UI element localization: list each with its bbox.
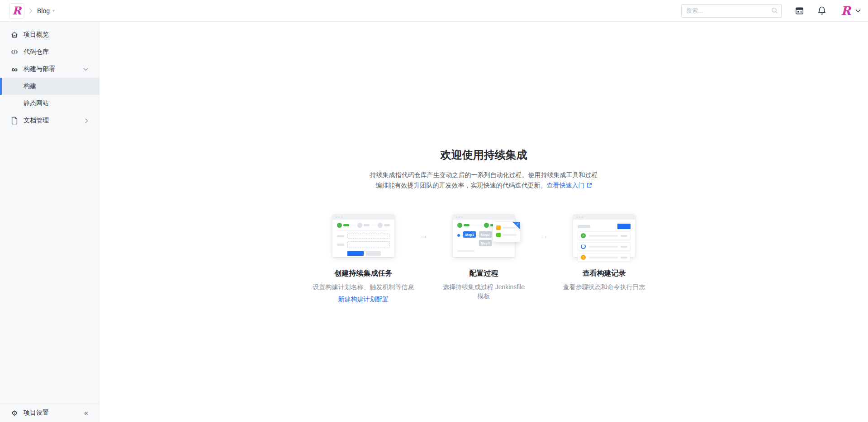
sidebar: 项目概览 代码仓库 ∞ 构建与部署 构建 静态网站 bbox=[0, 22, 100, 422]
header-actions: R bbox=[681, 4, 861, 18]
step-title: 配置过程 bbox=[470, 268, 498, 278]
form-row bbox=[337, 241, 390, 248]
check-icon: ✓ bbox=[516, 222, 519, 226]
pipeline-step1-chip: Step1 bbox=[463, 231, 476, 238]
window-titlebar bbox=[332, 214, 394, 220]
step-view-records: ✓ ! 查看构建记录 查看步骤状态和命令执行日志 bbox=[550, 214, 659, 291]
sidebar-item-label: 静态网站 bbox=[24, 99, 49, 108]
window-titlebar bbox=[573, 214, 635, 220]
sidebar-item-label: 文档管理 bbox=[24, 117, 49, 125]
template-popup: ✓ bbox=[493, 222, 520, 242]
template-green-icon bbox=[496, 233, 501, 237]
window-body: ✓ ! bbox=[573, 220, 635, 262]
pipeline-step2-chip: Step2 bbox=[479, 231, 492, 238]
onboarding-steps: 创建持续集成任务 设置构建计划名称、触发机制等信息 新建构建计划配置 → bbox=[100, 214, 868, 304]
step-title: 创建持续集成任务 bbox=[335, 268, 393, 278]
form-row bbox=[337, 234, 390, 239]
search-input[interactable] bbox=[681, 4, 782, 18]
step-description: 设置构建计划名称、触发机制等信息 bbox=[313, 282, 414, 291]
pipeline-step3-chip: Step3 bbox=[479, 240, 492, 246]
chevron-down-icon bbox=[83, 68, 88, 71]
step-description: 选择持续集成过程 Jenkinsfile 模板 bbox=[441, 282, 527, 300]
warning-icon: ! bbox=[581, 255, 586, 260]
search-icon bbox=[771, 7, 778, 14]
sidebar-item-project-settings[interactable]: ⚙ 项目设置 bbox=[10, 409, 49, 417]
sidebar-item-label: 构建 bbox=[24, 82, 36, 90]
success-icon: ✓ bbox=[581, 233, 586, 238]
project-logo[interactable]: R bbox=[9, 3, 24, 19]
record-row: ! bbox=[578, 253, 631, 262]
sidebar-item-label: 项目概览 bbox=[24, 31, 49, 39]
code-icon bbox=[10, 48, 19, 56]
infinity-icon: ∞ bbox=[10, 65, 19, 74]
avatar-letter: R bbox=[841, 4, 851, 18]
step-description: 查看步骤状态和命令执行日志 bbox=[563, 282, 645, 291]
arrow-cell: → bbox=[418, 214, 430, 240]
user-menu-chevron-icon[interactable] bbox=[855, 9, 861, 13]
caret-down-icon: ▾ bbox=[52, 8, 55, 13]
form-buttons bbox=[347, 251, 390, 256]
sidebar-item-static-site[interactable]: 静态网站 bbox=[0, 95, 99, 112]
sidebar-item-build-deploy[interactable]: ∞ 构建与部署 bbox=[0, 61, 99, 78]
sidebar-item-build[interactable]: 构建 bbox=[0, 78, 99, 95]
chevron-right-icon bbox=[85, 118, 88, 123]
infinity-glyph: ∞ bbox=[11, 65, 18, 74]
stepper-row bbox=[337, 223, 390, 228]
global-search bbox=[681, 4, 782, 18]
step-configure-process: Step1 Step2 Step3 ✓ bbox=[430, 214, 538, 300]
intro-line-2: 编排能有效提升团队的开发效率，实现快速的代码迭代更新。 bbox=[376, 182, 547, 189]
sidebar-footer: ⚙ 项目设置 « bbox=[0, 403, 99, 422]
welcome-description: 持续集成指代码仓库产生变动之后的一系列自动化过程。使用持续集成工具和过程编排能有… bbox=[100, 170, 868, 191]
main-content: 欢迎使用持续集成 持续集成指代码仓库产生变动之后的一系列自动化过程。使用持续集成… bbox=[100, 22, 868, 422]
sidebar-collapse-button[interactable]: « bbox=[84, 409, 88, 417]
running-spinner-icon bbox=[581, 244, 586, 249]
quickstart-link[interactable]: 查看快速入门 bbox=[547, 182, 585, 189]
record-row: ✓ bbox=[578, 231, 631, 240]
arrow-right-icon: → bbox=[419, 230, 428, 240]
decor-line bbox=[457, 250, 474, 252]
sidebar-item-docs[interactable]: 文档管理 bbox=[0, 112, 99, 129]
window-titlebar bbox=[453, 214, 515, 220]
avatar-r-icon: R bbox=[840, 4, 852, 18]
new-build-plan-link[interactable]: 新建构建计划配置 bbox=[338, 295, 389, 304]
sidebar-nav: 项目概览 代码仓库 ∞ 构建与部署 构建 静态网站 bbox=[0, 22, 99, 129]
arrow-right-icon: → bbox=[540, 230, 549, 240]
logo-letter: R bbox=[12, 4, 22, 17]
document-icon bbox=[10, 117, 19, 125]
sidebar-item-label: 项目设置 bbox=[24, 409, 49, 417]
window-body bbox=[332, 220, 394, 256]
illustration-configure: Step1 Step2 Step3 ✓ bbox=[453, 214, 515, 257]
sidebar-item-label: 代码仓库 bbox=[24, 48, 49, 56]
pipeline-branch: Step2 Step3 bbox=[479, 231, 492, 246]
step-create-task: 创建持续集成任务 设置构建计划名称、触发机制等信息 新建构建计划配置 bbox=[309, 214, 418, 304]
user-avatar[interactable]: R bbox=[840, 4, 852, 18]
top-bar: R Blog ▾ bbox=[0, 0, 868, 22]
illustration-records: ✓ ! bbox=[573, 214, 635, 257]
intro-line-1: 持续集成指代码仓库产生变动之后的一系列自动化过程。使用持续集成工具和过程 bbox=[370, 171, 598, 178]
template-orange-icon bbox=[496, 225, 501, 230]
sidebar-item-code-repo[interactable]: 代码仓库 bbox=[0, 43, 99, 61]
record-row bbox=[578, 242, 631, 251]
breadcrumb-project-name: Blog bbox=[37, 7, 50, 14]
workbench-icon[interactable] bbox=[795, 6, 804, 15]
arrow-cell: → bbox=[538, 214, 550, 240]
welcome-section: 欢迎使用持续集成 持续集成指代码仓库产生变动之后的一系列自动化过程。使用持续集成… bbox=[100, 22, 868, 304]
home-icon bbox=[10, 31, 19, 39]
notification-bell-icon[interactable] bbox=[817, 6, 826, 15]
page-title: 欢迎使用持续集成 bbox=[100, 147, 868, 163]
blue-button bbox=[617, 224, 631, 229]
sidebar-item-label: 构建与部署 bbox=[24, 65, 55, 73]
external-link-icon bbox=[587, 183, 592, 188]
logo-r-icon: R bbox=[11, 4, 23, 18]
template-row bbox=[496, 233, 517, 237]
step-title: 查看构建记录 bbox=[583, 268, 626, 278]
illustration-create-task bbox=[332, 214, 394, 257]
list-header bbox=[578, 224, 631, 229]
breadcrumb-project[interactable]: Blog ▾ bbox=[37, 7, 55, 14]
breadcrumb-separator-icon bbox=[29, 8, 33, 14]
sidebar-item-project-overview[interactable]: 项目概览 bbox=[0, 26, 99, 43]
gear-icon: ⚙ bbox=[10, 409, 19, 417]
